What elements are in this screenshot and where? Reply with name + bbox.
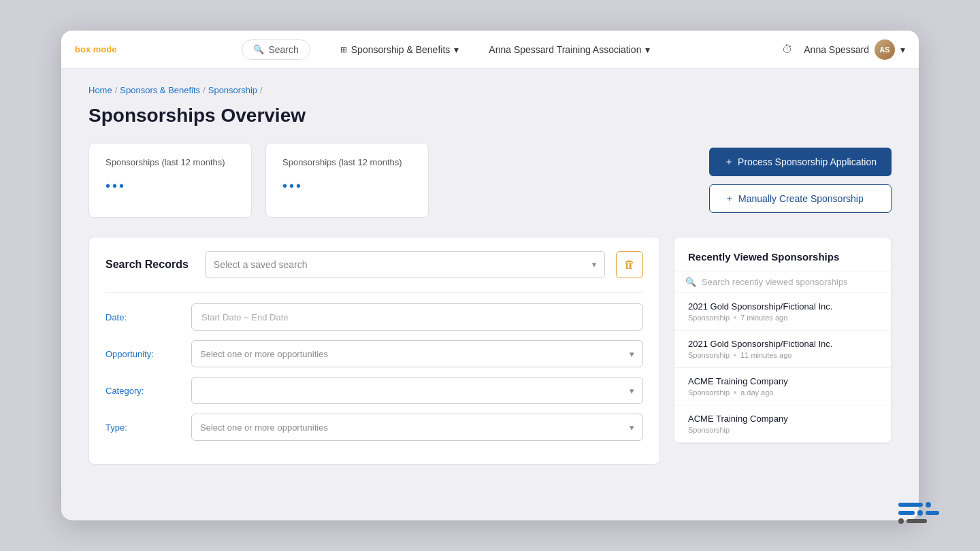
recent-item-meta: Sponsorship 11 minutes ago xyxy=(688,351,877,359)
type-placeholder: Select one or more opportunities xyxy=(200,422,328,433)
clock-icon[interactable]: ⏱ xyxy=(782,44,793,56)
opportunity-dropdown[interactable]: Select one or more opportunities ▾ xyxy=(191,340,643,367)
user-menu[interactable]: Anna Spessard AS ▾ xyxy=(804,39,905,60)
saved-search-placeholder: Select a saved search xyxy=(214,259,308,270)
sandbox-label: box mode xyxy=(75,44,116,54)
breadcrumb-sponsorship[interactable]: Sponsorship xyxy=(208,85,257,95)
search-button[interactable]: 🔍 Search xyxy=(242,39,310,60)
lower-section: Search Records Select a saved search ▾ 🗑… xyxy=(88,237,892,465)
user-chevron-icon: ▾ xyxy=(900,44,905,55)
date-label: Date: xyxy=(105,312,180,322)
action-buttons: ＋ Process Sponsorship Application ＋ Manu… xyxy=(709,148,892,213)
recent-items-list: 2021 Gold Sponsorship/Fictional Inc. Spo… xyxy=(674,293,891,443)
type-dropdown[interactable]: Select one or more opportunities ▾ xyxy=(191,414,643,441)
stats-actions-row: Sponsorships (last 12 months) ••• Sponso… xyxy=(88,143,892,218)
saved-search-dropdown[interactable]: Select a saved search ▾ xyxy=(205,251,605,278)
user-name: Anna Spessard xyxy=(804,44,869,55)
recent-panel-title: Recently Viewed Sponsorships xyxy=(674,251,891,271)
type-row: Type: Select one or more opportunities ▾ xyxy=(105,414,643,441)
stat-card-1: Sponsorships (last 12 months) ••• xyxy=(88,143,252,218)
trash-icon: 🗑 xyxy=(624,258,635,271)
plus-icon-manual: ＋ xyxy=(725,193,734,205)
search-panel-header: Search Records Select a saved search ▾ 🗑 xyxy=(105,251,643,278)
widget-dot xyxy=(898,518,904,520)
search-panel-title: Search Records xyxy=(105,258,189,271)
org-selector[interactable]: Anna Spessard Training Association ▾ xyxy=(489,44,650,55)
recent-item-meta: Sponsorship 7 minutes ago xyxy=(688,314,877,322)
dot-separator xyxy=(734,316,736,319)
recent-item-meta: Sponsorship xyxy=(688,426,877,434)
widget-bar xyxy=(898,511,915,515)
type-chevron-icon: ▾ xyxy=(630,422,634,433)
recent-panel: Recently Viewed Sponsorships 🔍 Search re… xyxy=(674,237,892,444)
search-form: Date: Opportunity: Select one or more op… xyxy=(105,292,643,441)
widget-row-2 xyxy=(898,510,919,516)
search-panel: Search Records Select a saved search ▾ 🗑… xyxy=(88,237,660,465)
widget-bar xyxy=(898,503,919,507)
org-chevron-icon: ▾ xyxy=(645,44,650,55)
app-name: Sponsorship & Benefits xyxy=(351,44,451,55)
process-sponsorship-button[interactable]: ＋ Process Sponsorship Application xyxy=(709,148,892,176)
recent-search-placeholder: Search recently viewed sponsorships xyxy=(702,277,848,287)
search-label: Search xyxy=(268,44,298,55)
widget-row-3 xyxy=(898,518,919,520)
opportunity-placeholder: Select one or more opportunities xyxy=(200,349,328,359)
search-icon: 🔍 xyxy=(253,44,264,54)
recent-item-name: ACME Training Company xyxy=(688,376,877,386)
main-content: Home / Sponsors & Benefits / Sponsorship… xyxy=(61,69,919,481)
widget-bar xyxy=(906,519,919,520)
recent-item-meta: Sponsorship a day ago xyxy=(688,388,877,397)
recent-search-icon: 🔍 xyxy=(685,277,696,287)
corner-widget[interactable] xyxy=(898,502,919,520)
page-title: Sponsorships Overview xyxy=(88,105,892,127)
dot-separator xyxy=(734,391,736,394)
nav-right: ⏱ Anna Spessard AS ▾ xyxy=(782,39,905,60)
dot-separator xyxy=(734,354,736,356)
org-name: Anna Spessard Training Association xyxy=(489,44,641,55)
widget-dot xyxy=(917,510,919,516)
recent-item[interactable]: 2021 Gold Sponsorship/Fictional Inc. Spo… xyxy=(674,331,891,368)
recent-item[interactable]: 2021 Gold Sponsorship/Fictional Inc. Spo… xyxy=(674,293,891,331)
manually-create-button[interactable]: ＋ Manually Create Sponsorship xyxy=(709,184,892,213)
widget-row-1 xyxy=(898,502,919,507)
date-input[interactable] xyxy=(191,303,643,331)
recent-item-name: 2021 Gold Sponsorship/Fictional Inc. xyxy=(688,301,877,312)
opportunity-chevron-icon: ▾ xyxy=(630,349,634,359)
recent-item-name: 2021 Gold Sponsorship/Fictional Inc. xyxy=(688,339,877,349)
recent-item[interactable]: ACME Training Company Sponsorship a day … xyxy=(674,368,891,405)
opportunity-row: Opportunity: Select one or more opportun… xyxy=(105,340,643,367)
breadcrumb-home[interactable]: Home xyxy=(88,85,112,95)
avatar: AS xyxy=(875,39,895,60)
grid-icon: ⊞ xyxy=(340,45,347,54)
type-label: Type: xyxy=(105,422,180,433)
delete-saved-search-button[interactable]: 🗑 xyxy=(616,251,643,278)
category-dropdown[interactable]: ▾ xyxy=(191,377,643,404)
stat-card-2-label: Sponsorships (last 12 months) xyxy=(282,157,412,167)
recent-item[interactable]: ACME Training Company Sponsorship xyxy=(674,405,891,443)
category-row: Category: ▾ xyxy=(105,377,643,404)
plus-icon-process: ＋ xyxy=(724,156,734,168)
stat-card-2: Sponsorships (last 12 months) ••• xyxy=(265,143,429,218)
top-nav: box mode 🔍 Search ⊞ Sponsorship & Benefi… xyxy=(61,31,919,69)
stat-card-1-dots: ••• xyxy=(105,178,235,194)
recent-search-box[interactable]: 🔍 Search recently viewed sponsorships xyxy=(674,271,891,293)
category-chevron-icon: ▾ xyxy=(630,386,634,396)
date-row: Date: xyxy=(105,303,643,331)
category-label: Category: xyxy=(105,386,180,396)
stat-card-2-dots: ••• xyxy=(282,178,412,194)
opportunity-label: Opportunity: xyxy=(105,349,180,359)
stat-card-1-label: Sponsorships (last 12 months) xyxy=(105,157,235,167)
breadcrumb-sponsors[interactable]: Sponsors & Benefits xyxy=(120,85,200,95)
app-nav-item[interactable]: ⊞ Sponsorship & Benefits ▾ xyxy=(340,44,459,55)
chevron-down-icon: ▾ xyxy=(454,44,459,55)
breadcrumb: Home / Sponsors & Benefits / Sponsorship… xyxy=(88,85,892,95)
saved-search-chevron-icon: ▾ xyxy=(592,260,596,269)
recent-item-name: ACME Training Company xyxy=(688,414,877,424)
